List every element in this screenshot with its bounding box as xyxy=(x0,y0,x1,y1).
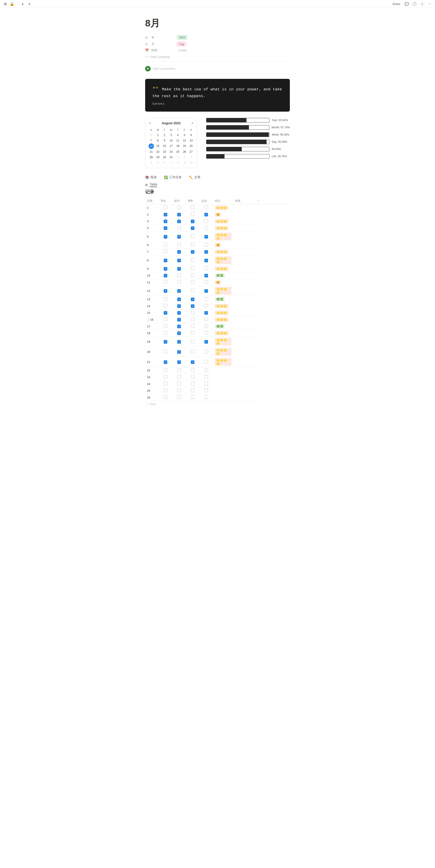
checkbox-checked[interactable]: ✓ xyxy=(191,226,195,230)
cell-运动[interactable] xyxy=(199,374,213,381)
cal-day[interactable]: 3 xyxy=(168,133,174,137)
cal-day[interactable]: 23 xyxy=(162,149,168,154)
checkbox-unchecked[interactable] xyxy=(177,368,181,372)
checkbox-checked[interactable]: ✓ xyxy=(204,289,208,293)
cell-早起[interactable] xyxy=(159,381,172,388)
checkbox-unchecked[interactable] xyxy=(177,226,181,229)
cell-博客[interactable] xyxy=(186,211,199,218)
checkbox-unchecked[interactable] xyxy=(204,219,208,223)
cell-读书[interactable] xyxy=(172,367,186,374)
more-icon[interactable]: ··· xyxy=(427,1,432,6)
checkbox-unchecked[interactable] xyxy=(204,317,208,321)
checkbox-unchecked[interactable] xyxy=(164,350,167,353)
checkbox-unchecked[interactable] xyxy=(164,243,167,246)
cell-博客[interactable]: ✓ xyxy=(186,249,199,255)
add-row-button[interactable]: + New xyxy=(145,401,290,407)
checkbox-unchecked[interactable] xyxy=(191,368,195,372)
cell-博客[interactable]: ✓ xyxy=(186,357,199,367)
cell-运动[interactable]: ✓ xyxy=(199,310,213,316)
cal-day[interactable]: 1 xyxy=(155,133,161,137)
cal-day[interactable]: 28 xyxy=(148,155,154,160)
cell-早起[interactable]: ✓ xyxy=(159,286,172,296)
checkbox-checked[interactable]: ✓ xyxy=(177,289,181,293)
checkbox-checked[interactable]: ✓ xyxy=(164,220,167,223)
cell-博客[interactable] xyxy=(186,255,199,266)
checkbox-checked[interactable]: ✓ xyxy=(164,226,167,230)
cell-读书[interactable]: ✓ xyxy=(172,296,186,303)
cell-读书[interactable] xyxy=(172,205,186,211)
cal-day[interactable]: 27 xyxy=(188,149,194,154)
checkbox-unchecked[interactable] xyxy=(164,324,167,328)
cal-day[interactable]: 10 xyxy=(168,138,174,143)
checkbox-unchecked[interactable] xyxy=(177,395,181,399)
cell-运动[interactable] xyxy=(199,296,213,303)
cal-day[interactable]: 22 xyxy=(155,149,161,154)
cal-prev-button[interactable]: < xyxy=(148,121,152,125)
cell-运动[interactable] xyxy=(199,316,213,323)
checkbox-checked[interactable]: ✓ xyxy=(204,250,208,254)
cell-早起[interactable] xyxy=(159,374,172,381)
cell-读书[interactable]: ✓ xyxy=(172,316,186,323)
cal-day[interactable]: 8 xyxy=(155,138,161,143)
cell-运动[interactable] xyxy=(199,266,213,272)
cell-读书[interactable] xyxy=(172,381,186,388)
checkbox-unchecked[interactable] xyxy=(191,324,195,328)
checkbox-unchecked[interactable] xyxy=(191,382,195,385)
checkbox-unchecked[interactable] xyxy=(177,389,181,392)
checkbox-unchecked[interactable] xyxy=(164,206,167,209)
cal-day[interactable]: 24 xyxy=(168,149,174,154)
cal-day[interactable]: 25 xyxy=(175,149,181,154)
cell-运动[interactable]: ✓ xyxy=(199,249,213,255)
cal-day[interactable]: 5 xyxy=(155,160,161,165)
checkbox-unchecked[interactable] xyxy=(164,395,167,399)
add-col-button[interactable]: + xyxy=(256,198,290,205)
checkbox-checked[interactable]: ✓ xyxy=(164,213,167,216)
checkbox-unchecked[interactable] xyxy=(204,360,208,364)
checkbox-unchecked[interactable] xyxy=(204,280,208,284)
checkbox-unchecked[interactable] xyxy=(177,382,181,385)
checkbox-checked[interactable]: ✓ xyxy=(204,340,208,344)
cal-day[interactable]: 6 xyxy=(188,133,194,137)
checkbox-unchecked[interactable] xyxy=(191,258,195,262)
cell-读书[interactable] xyxy=(172,225,186,231)
cell-读书[interactable]: ✓ xyxy=(172,310,186,316)
checkbox-checked[interactable]: ✓ xyxy=(177,340,181,344)
checkbox-checked[interactable]: ✓ xyxy=(177,350,181,354)
emoji-tab[interactable]: 📚阅读 xyxy=(145,175,157,179)
month-value[interactable]: Aug xyxy=(177,41,186,46)
cell-早起[interactable]: ✓ xyxy=(159,266,172,272)
checkbox-unchecked[interactable] xyxy=(191,267,195,270)
cell-早起[interactable]: ✓ xyxy=(159,310,172,316)
cell-博客[interactable]: ✓ xyxy=(186,303,199,310)
cell-读书[interactable]: ✓ xyxy=(172,347,186,357)
checkbox-unchecked[interactable] xyxy=(191,317,195,321)
cal-day[interactable]: 29 xyxy=(155,155,161,160)
star-icon[interactable]: ☆ xyxy=(419,1,425,6)
cell-运动[interactable] xyxy=(199,303,213,310)
checkbox-unchecked[interactable] xyxy=(204,350,208,353)
checkbox-checked[interactable]: ✓ xyxy=(177,311,181,315)
cell-早起[interactable]: ✓ xyxy=(159,255,172,266)
cal-next-button[interactable]: > xyxy=(191,121,194,125)
cell-读书[interactable] xyxy=(172,394,186,401)
checkbox-unchecked[interactable] xyxy=(204,243,208,246)
cal-day[interactable]: 26 xyxy=(181,149,187,154)
checkbox-checked[interactable]: ✓ xyxy=(191,360,195,364)
cal-day[interactable]: 31 xyxy=(148,133,154,137)
cell-运动[interactable] xyxy=(199,330,213,337)
cell-博客[interactable] xyxy=(186,279,199,286)
cell-博客[interactable]: ✓ xyxy=(186,218,199,225)
cell-博客[interactable] xyxy=(186,266,199,272)
cell-读书[interactable] xyxy=(172,242,186,249)
checkbox-checked[interactable]: ✓ xyxy=(177,220,181,223)
checkbox-checked[interactable]: ✓ xyxy=(164,274,167,277)
checkbox-checked[interactable]: ✓ xyxy=(164,340,167,344)
checkbox-checked[interactable]: ✓ xyxy=(164,289,167,293)
checkbox-unchecked[interactable] xyxy=(191,289,195,292)
cell-运动[interactable]: ✓ xyxy=(199,337,213,347)
emoji-tab[interactable]: ✅工作任务 xyxy=(164,175,182,179)
checkbox-unchecked[interactable] xyxy=(204,206,208,209)
checkbox-unchecked[interactable] xyxy=(191,311,195,314)
cell-运动[interactable] xyxy=(199,394,213,401)
cal-day[interactable]: 19 xyxy=(181,144,187,149)
